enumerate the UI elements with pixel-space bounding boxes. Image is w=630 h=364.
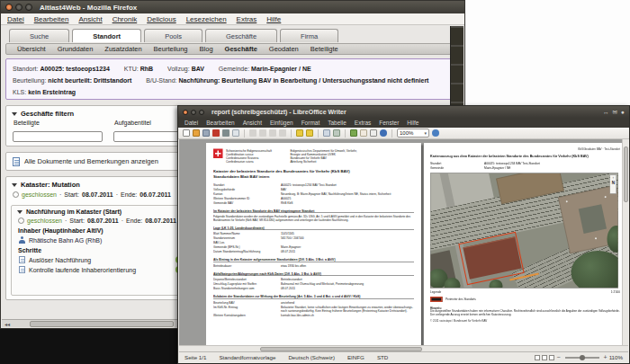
filter-panel-title: Geschäfte filtern — [21, 110, 74, 118]
tab-standort[interactable]: Standort — [72, 29, 141, 42]
menu-einfuegen[interactable]: Einfügen — [270, 120, 293, 126]
kataster-panel-header[interactable]: Kataster: Mutation — [6, 177, 194, 189]
zoom-out-icon[interactable]: − — [556, 354, 560, 360]
status-language[interactable]: Deutsch (Schweiz) — [288, 354, 335, 360]
inhaber-link[interactable]: Rhätische Bahn AG (RhB) — [29, 237, 102, 244]
toolbar-separator — [318, 129, 319, 138]
copy-icon[interactable] — [259, 129, 266, 137]
new-document-icon[interactable] — [183, 129, 190, 137]
maximize-button[interactable] — [199, 110, 204, 115]
table-icon[interactable] — [323, 129, 330, 137]
scrollbar-thumb[interactable] — [30, 321, 174, 327]
aufgabentitel-label: Aufgabentitel — [114, 120, 151, 126]
close-button[interactable] — [183, 110, 188, 115]
nachfuehrung-header[interactable]: Nachführung im Kataster (Start) — [12, 206, 188, 215]
subtab-grunddaten[interactable]: Grunddaten — [58, 45, 94, 53]
redo-icon[interactable] — [306, 129, 313, 137]
document-horizontal-scrollbar[interactable] — [179, 345, 628, 351]
tree — [608, 226, 619, 253]
subtab-geodaten[interactable]: Geodaten — [269, 45, 299, 53]
subtab-beteiligte[interactable]: Beteiligte — [310, 45, 338, 53]
subtab-uebersicht[interactable]: Übersicht — [17, 45, 46, 53]
cut-icon[interactable] — [249, 129, 256, 137]
menu-delicious[interactable]: Delicious — [147, 15, 176, 23]
network-icon[interactable]: ↔ — [603, 109, 609, 116]
navigator-icon[interactable] — [380, 129, 387, 137]
close-button[interactable] — [5, 4, 13, 11]
collapse-triangle-icon — [12, 183, 17, 187]
separator: · — [116, 191, 118, 198]
menu-extras[interactable]: Extras — [237, 15, 257, 23]
menu-hilfe[interactable]: Hilfe — [266, 15, 281, 23]
firefox-titlebar[interactable]: Altlast4Web - Mozilla Firefox — [1, 1, 464, 13]
menu-format[interactable]: Format — [302, 120, 320, 126]
menu-lesezeichen[interactable]: Lesezeichen — [186, 15, 227, 23]
page1-header: Schweizerische Eidgenossenschaft Confédé… — [213, 149, 414, 164]
zoom-slider[interactable] — [565, 357, 599, 359]
document-vertical-scrollbar[interactable] — [622, 139, 628, 345]
beteiligte-input[interactable] — [13, 131, 103, 142]
hyperlink-icon[interactable] — [333, 129, 340, 137]
mail-icon[interactable]: ✉ — [613, 109, 617, 116]
find-icon[interactable] — [370, 129, 377, 137]
book-view-icon[interactable] — [549, 355, 554, 360]
document-page-1[interactable]: Schweizerische Eidgenossenschaft Confédé… — [206, 143, 421, 345]
menu-bearbeiten[interactable]: Bearbeiten — [206, 120, 234, 126]
help-icon[interactable] — [432, 129, 439, 137]
multi-page-view-icon[interactable] — [542, 355, 547, 360]
writer-titlebar[interactable]: report (schreibgeschützt) - LibreOffice … — [178, 106, 629, 118]
status-text: geschlossen — [22, 191, 57, 198]
status-select-mode[interactable]: STD — [377, 354, 388, 360]
subtab-geschaefte[interactable]: Geschäfte — [225, 45, 257, 53]
section-rows: Deponie/BetriebsstandortBetriebsstandort… — [213, 278, 414, 291]
paste-icon[interactable] — [269, 129, 276, 137]
menu-extras[interactable]: Extras — [355, 120, 371, 126]
minimize-button[interactable] — [15, 4, 22, 11]
menu-datei[interactable]: Datei — [184, 120, 198, 126]
menu-bearbeiten[interactable]: Bearbeiten — [34, 15, 69, 23]
scroll-left-icon[interactable]: ◂◂ — [4, 321, 10, 327]
undo-icon[interactable] — [296, 129, 303, 137]
step-link[interactable]: Kontrolle laufende Inhaberorientierung — [29, 267, 136, 273]
menu-ansicht[interactable]: Ansicht — [243, 120, 262, 126]
open-icon[interactable] — [193, 129, 200, 137]
subtab-blog[interactable]: Blog — [200, 45, 213, 53]
single-page-view-icon[interactable] — [535, 355, 540, 360]
step-link[interactable]: Auslöser Nachführung — [29, 257, 91, 263]
zoom-select[interactable]: 100% ▾ — [397, 129, 429, 138]
save-icon[interactable] — [202, 129, 210, 137]
tab-suche[interactable]: Suche — [9, 29, 69, 42]
all-documents-link[interactable]: Alle Dokumente und Bemerkungen anzeigen — [24, 157, 158, 165]
status-insert-mode[interactable]: EINFG — [347, 354, 364, 360]
scrollbar-thumb[interactable] — [624, 146, 628, 202]
minimize-button[interactable] — [191, 110, 196, 115]
nachfuehrung-status-line: geschlossen · Start: 08.07.2011 · Ende: … — [12, 215, 188, 224]
print-preview-icon[interactable] — [232, 129, 239, 137]
spellcheck-icon[interactable] — [350, 129, 357, 137]
view-layout-controls: − + 110% — [535, 354, 623, 360]
menu-chronik[interactable]: Chronik — [112, 15, 138, 23]
maximize-button[interactable] — [25, 4, 32, 11]
status-style[interactable]: Standardformatvorlage — [219, 354, 275, 360]
zoom-percentage[interactable]: 110% — [609, 354, 623, 360]
document-page-2[interactable]: KbS/Geodaten BAV · Test-Standort Kartena… — [424, 143, 626, 345]
volume-icon[interactable]: ● — [621, 109, 625, 116]
format-paintbrush-icon[interactable] — [279, 129, 286, 137]
menu-tabelle[interactable]: Tabelle — [328, 120, 346, 126]
zoom-in-icon[interactable]: + — [604, 354, 608, 360]
filter-panel-header[interactable]: Geschäfte filtern — [6, 106, 194, 118]
subtab-zusatzdaten[interactable]: Zusatzdaten — [104, 45, 141, 53]
menu-ansicht[interactable]: Ansicht — [78, 15, 102, 23]
info-label: Beurteilung: — [13, 77, 46, 84]
menu-datei[interactable]: Datei — [7, 15, 24, 23]
export-pdf-icon[interactable] — [212, 129, 220, 137]
print-icon[interactable] — [222, 129, 230, 137]
tab-firma[interactable]: Firma — [280, 29, 338, 42]
gallery-icon[interactable] — [360, 129, 367, 137]
menu-fenster[interactable]: Fenster — [379, 120, 399, 126]
subtab-beurteilung[interactable]: Beurteilung — [154, 45, 188, 53]
tab-pools[interactable]: Pools — [144, 29, 202, 42]
zoom-slider-thumb[interactable] — [580, 355, 585, 360]
menu-hilfe[interactable]: Hilfe — [407, 120, 418, 126]
tab-geschaefte[interactable]: Geschäfte — [205, 29, 277, 42]
